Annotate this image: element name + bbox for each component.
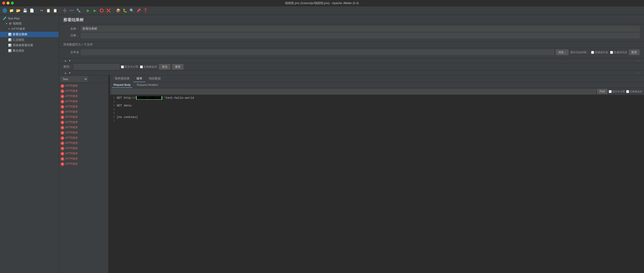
error-only-check[interactable]: 仅错误日志 bbox=[591, 51, 608, 54]
request-item[interactable]: HTTP请求 bbox=[59, 83, 108, 89]
error-icon bbox=[60, 141, 64, 145]
browse-button[interactable]: 浏览... bbox=[556, 50, 568, 55]
request-item[interactable]: HTTP请求 bbox=[59, 135, 108, 141]
request-item[interactable]: HTTP请求 bbox=[59, 120, 108, 125]
case-sensitive-check[interactable]: 区分大小写 bbox=[121, 65, 138, 69]
sidebar-item-thread-group[interactable]: ▼ ⚙ 线程组 bbox=[0, 21, 58, 26]
tab-sampler-result[interactable]: 取样器结果 bbox=[112, 75, 133, 82]
request-item[interactable]: HTTP请求 bbox=[59, 115, 108, 120]
find-regex-check[interactable]: 正则表达式 bbox=[626, 90, 642, 93]
find-regex-checkbox[interactable] bbox=[626, 90, 629, 93]
toolbar-clear-all-btn[interactable]: 🐛 bbox=[122, 8, 128, 14]
toolbar-stop-btn[interactable]: ⭕ bbox=[99, 8, 105, 14]
request-item[interactable]: HTTP请求 bbox=[59, 99, 108, 104]
request-item[interactable]: HTTP请求 bbox=[59, 104, 108, 109]
regex-check[interactable]: 正则表达式 bbox=[140, 65, 157, 69]
more-options-btn-2[interactable]: ··· bbox=[637, 71, 640, 75]
toolbar-add-btn[interactable]: ➕ bbox=[62, 8, 68, 14]
filename-label: 文件名 bbox=[63, 50, 79, 54]
find-input[interactable] bbox=[112, 89, 596, 94]
error-icon bbox=[60, 162, 64, 166]
sidebar-item-view-results-tree[interactable]: 📊 察看结果树 bbox=[0, 32, 58, 37]
toolbar-copy-btn[interactable]: 📋 bbox=[46, 8, 51, 14]
minimize-window-button[interactable] bbox=[6, 2, 10, 5]
summary-icon: 📊 bbox=[8, 38, 12, 42]
search-label: 查找： bbox=[63, 65, 72, 69]
search-input[interactable] bbox=[74, 64, 119, 70]
name-row: 名称： bbox=[63, 26, 640, 32]
case-sensitive-checkbox[interactable] bbox=[121, 65, 124, 68]
request-label: HTTP请求 bbox=[65, 89, 78, 93]
toolbar-start-btn[interactable]: ▶ bbox=[85, 8, 91, 14]
request-item[interactable]: HTTP请求 bbox=[59, 151, 108, 156]
up-arrow-btn-2[interactable]: ▲ bbox=[63, 71, 68, 75]
sub-tab-request-body[interactable]: Request Body bbox=[112, 82, 132, 88]
toolbar-clear-btn[interactable]: 📦 bbox=[115, 8, 121, 14]
request-list: HTTP请求 HTTP请求 HTTP请求 bbox=[59, 83, 108, 273]
toolbar-save-as-btn[interactable]: 📄 bbox=[29, 8, 35, 14]
find-case-checkbox[interactable] bbox=[609, 90, 612, 93]
tab-request[interactable]: 请求 bbox=[133, 75, 146, 82]
request-item[interactable]: HTTP请求 bbox=[59, 89, 108, 94]
request-item[interactable]: HTTP请求 bbox=[59, 130, 108, 135]
toolbar-start-no-pause-btn[interactable]: ▶ bbox=[92, 8, 98, 14]
toolbar-templates-btn[interactable]: 📁 bbox=[8, 8, 14, 14]
comment-input[interactable] bbox=[81, 33, 640, 38]
request-item[interactable]: HTTP请求 bbox=[59, 94, 108, 99]
regex-checkbox[interactable] bbox=[140, 65, 143, 68]
sub-tab-request-headers[interactable]: Request Headers bbox=[135, 82, 160, 88]
request-item[interactable]: HTTP请求 bbox=[59, 109, 108, 115]
find-btn[interactable]: Find bbox=[597, 89, 607, 94]
toolbar-open-btn[interactable]: 📂 bbox=[16, 8, 21, 14]
config-button[interactable]: 配置 bbox=[629, 50, 640, 55]
sidebar-item-aggregate-report[interactable]: 📊 聚合报告 bbox=[0, 48, 58, 53]
tab-response-data[interactable]: 响应数据 bbox=[146, 75, 164, 82]
toolbar-remove-btn[interactable]: ➖ bbox=[69, 8, 74, 14]
toolbar-remote-btn[interactable]: 📌 bbox=[136, 8, 142, 14]
code-line-3: 3 GET data: bbox=[110, 104, 644, 108]
request-item[interactable]: HTTP请求 bbox=[59, 161, 108, 167]
close-window-button[interactable] bbox=[2, 2, 5, 5]
toolbar-help-btn[interactable]: ❓ bbox=[142, 8, 148, 14]
toolbar-cut-btn[interactable]: ✂ bbox=[39, 8, 44, 14]
format-dropdown[interactable]: Text HTML JSON XML bbox=[60, 76, 88, 82]
request-item[interactable]: HTTP请求 bbox=[59, 146, 108, 151]
sidebar-item-test-plan[interactable]: 🧪 Test Plan bbox=[0, 16, 58, 21]
error-only-checkbox[interactable] bbox=[591, 51, 594, 54]
request-item[interactable]: HTTP请求 bbox=[59, 141, 108, 146]
code-line-2: 2 bbox=[110, 100, 644, 104]
find-case-check[interactable]: 区分大小写 bbox=[609, 90, 625, 93]
sidebar-item-http-request[interactable]: ✏ HTTP请求 bbox=[0, 26, 58, 32]
file-area: 文件名 浏览... 显示日志内容： 仅错误日志 仅成功日志 配置 bbox=[59, 48, 644, 58]
form-area: 名称： 注释： bbox=[59, 24, 644, 42]
toolbar-search-btn[interactable]: 🔍 bbox=[129, 8, 135, 14]
find-button[interactable]: 查找 bbox=[159, 64, 170, 70]
success-only-check[interactable]: 仅成功日志 bbox=[610, 51, 627, 54]
more-options-btn-1[interactable]: ··· bbox=[637, 59, 640, 63]
titlebar: 线程组.jmx (/Users/lyr/线程组.jmx) - Apache JM… bbox=[0, 0, 644, 6]
maximize-window-button[interactable] bbox=[11, 2, 14, 5]
down-arrow-btn-2[interactable]: ▼ bbox=[68, 71, 72, 75]
sidebar-item-summary-report[interactable]: 📊 汇总报告 bbox=[0, 37, 58, 43]
error-icon bbox=[60, 89, 64, 93]
error-icon bbox=[60, 84, 64, 88]
toolbar-paste-btn[interactable]: 📋 bbox=[52, 8, 58, 14]
sidebar-item-view-results-table[interactable]: 📊 用表格察看结果 bbox=[0, 43, 58, 48]
toolbar-sep-3 bbox=[83, 8, 84, 13]
error-icon bbox=[60, 115, 64, 119]
name-input[interactable] bbox=[81, 26, 640, 32]
toolbar-settings-btn[interactable]: 🔧 bbox=[76, 8, 82, 14]
toolbar-save-btn[interactable]: 💾 bbox=[22, 8, 28, 14]
success-only-checkbox[interactable] bbox=[610, 51, 613, 54]
error-icon bbox=[60, 95, 64, 98]
toolbar-shutdown-btn[interactable]: ❌ bbox=[106, 8, 112, 14]
request-item[interactable]: HTTP请求 bbox=[59, 125, 108, 130]
filename-input[interactable] bbox=[81, 50, 554, 55]
reset-button[interactable]: 重置 bbox=[172, 64, 184, 70]
up-arrow-btn[interactable]: ▲ bbox=[63, 59, 68, 63]
request-item[interactable]: HTTP请求 bbox=[59, 156, 108, 161]
toolbar-new-btn[interactable]: 🌐 bbox=[2, 8, 8, 14]
code-line-7: 7 bbox=[110, 119, 644, 123]
down-arrow-btn[interactable]: ▼ bbox=[68, 59, 72, 63]
request-label: HTTP请求 bbox=[65, 141, 78, 145]
